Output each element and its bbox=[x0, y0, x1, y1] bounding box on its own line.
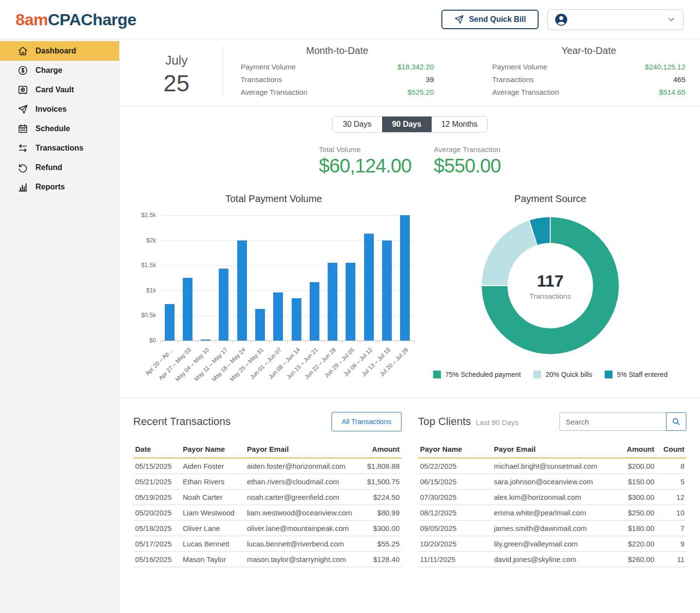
tables-row: Recent Transactions All Transactions Dat… bbox=[120, 398, 700, 567]
charts-row: Total Payment Volume $2.5k$2k$1.5k$1k$0.… bbox=[120, 193, 700, 383]
table-cell: $220.00 bbox=[610, 536, 656, 552]
tab-30-days[interactable]: 30 Days bbox=[332, 117, 382, 132]
legend-item: 75% Scheduled payment bbox=[433, 371, 521, 378]
column-header: Count bbox=[656, 441, 686, 458]
home-icon bbox=[18, 46, 28, 56]
sidebar-item-refund[interactable]: Refund bbox=[0, 158, 119, 177]
table-cell: Aiden Foster bbox=[181, 458, 245, 474]
month-to-date-stats: Month-to-Date Payment Volume$18,342.20Tr… bbox=[223, 44, 434, 99]
sidebar-item-charge[interactable]: Charge bbox=[0, 61, 119, 80]
stat-value: 39 bbox=[426, 75, 434, 84]
table-row: 09/05/2025james.smith@dawnmail.com$180.0… bbox=[418, 521, 686, 536]
date-card: July 25 bbox=[130, 44, 223, 99]
tab-90-days[interactable]: 90 Days bbox=[382, 117, 432, 132]
table-cell: Mason Taylor bbox=[181, 552, 245, 567]
table-cell: 09/05/2025 bbox=[418, 521, 492, 536]
summary-label: Total Volume bbox=[319, 145, 411, 153]
legend-item: 20% Quick bills bbox=[533, 371, 592, 378]
period-tab-group: 30 Days90 Days12 Months bbox=[332, 116, 488, 133]
tab-12-months[interactable]: 12 Months bbox=[432, 117, 488, 132]
sidebar-item-schedule[interactable]: Schedule bbox=[0, 119, 119, 138]
paper-plane-icon bbox=[454, 15, 464, 24]
vault-icon bbox=[18, 85, 28, 95]
ytd-rows: Payment Volume$240,125.12Transactions465… bbox=[492, 60, 686, 98]
table-cell: $300.00 bbox=[355, 521, 402, 536]
donut-center-value: 117 bbox=[537, 272, 564, 290]
sidebar-item-label: Invoices bbox=[35, 105, 67, 114]
sidebar-item-reports[interactable]: Reports bbox=[0, 177, 119, 197]
table-cell: 8 bbox=[656, 458, 686, 474]
x-tick-label: Jun 22 – Jun 28 bbox=[303, 346, 337, 380]
table-row: 05/17/2025Lucas Bennettlucas.bennett@riv… bbox=[133, 536, 402, 552]
sidebar-item-label: Card Vault bbox=[35, 85, 74, 94]
bar-slot bbox=[233, 215, 251, 341]
summary-value: $550.00 bbox=[434, 155, 501, 177]
bar bbox=[346, 263, 355, 341]
stat-label: Transactions bbox=[241, 75, 282, 84]
all-transactions-button[interactable]: All Transactions bbox=[332, 412, 402, 431]
bar-slot bbox=[197, 215, 215, 341]
sidebar-item-transactions[interactable]: Transactions bbox=[0, 138, 119, 158]
send-quick-bill-button[interactable]: Send Quick Bill bbox=[441, 10, 539, 29]
table-cell: $300.00 bbox=[610, 490, 656, 505]
table-cell: 05/18/2025 bbox=[133, 521, 181, 536]
bar-series bbox=[160, 215, 414, 341]
bar-slot bbox=[396, 215, 414, 341]
donut-center-label: Transactions bbox=[529, 292, 571, 300]
column-header: Payor Name bbox=[181, 441, 245, 458]
sidebar-item-invoices[interactable]: Invoices bbox=[0, 100, 119, 119]
donut-ring: 117 Transactions bbox=[482, 217, 619, 354]
sidebar-item-label: Schedule bbox=[35, 124, 70, 133]
mtd-title: Month-to-Date bbox=[241, 45, 434, 56]
main-content: July 25 Month-to-Date Payment Volume$18,… bbox=[120, 39, 700, 613]
stat-row: Payment Volume$240,125.12 bbox=[492, 60, 686, 73]
stat-row: Average Transaction$514.65 bbox=[492, 85, 686, 98]
bar-chart-x-labels: Apr 20 – Ap…Apr 27 – May 03May 04 – May … bbox=[160, 341, 414, 383]
bar bbox=[273, 292, 283, 341]
date-month: July bbox=[130, 53, 223, 68]
date-day: 25 bbox=[130, 70, 223, 97]
sidebar-item-dashboard[interactable]: Dashboard bbox=[0, 41, 119, 61]
table-row: 07/30/2025alex.kim@horizonmail.com$300.0… bbox=[418, 490, 686, 505]
table-cell: $55.25 bbox=[355, 536, 402, 552]
logo-8am: 8am bbox=[16, 10, 48, 29]
stat-label: Average Transaction bbox=[241, 88, 307, 96]
table-cell: lily.green@valleymail.com bbox=[492, 536, 610, 552]
column-header: Payor Email bbox=[492, 441, 610, 458]
stat-row: Payment Volume$18,342.20 bbox=[241, 60, 434, 73]
table-cell: 11/11/2025 bbox=[418, 552, 492, 567]
table-cell: noah.carter@greenfield.com bbox=[245, 490, 355, 505]
stats-summary-row: July 25 Month-to-Date Payment Volume$18,… bbox=[120, 39, 700, 106]
user-avatar-icon bbox=[555, 13, 568, 26]
bar bbox=[237, 240, 247, 341]
mtd-rows: Payment Volume$18,342.20Transactions39Av… bbox=[241, 60, 434, 98]
table-row: 06/15/2025sara.johnson@oceanview.com$150… bbox=[418, 474, 686, 490]
bar bbox=[183, 278, 192, 341]
topbar-actions: Send Quick Bill bbox=[441, 9, 683, 30]
table-row: 11/11/2025david.jones@skyline.com$260.00… bbox=[418, 552, 686, 567]
user-menu-dropdown[interactable] bbox=[547, 9, 683, 30]
table-cell: 10/20/2025 bbox=[418, 536, 492, 552]
bar-chart-icon bbox=[18, 182, 28, 192]
recent-transactions-section: Recent Transactions All Transactions Dat… bbox=[133, 411, 402, 567]
table-cell: 5 bbox=[656, 474, 686, 490]
top-clients-table: Payor NamePayor EmailAmountCount 05/22/2… bbox=[418, 441, 686, 567]
legend-label: 5% Staff entered bbox=[617, 371, 667, 378]
sidebar-item-card-vault[interactable]: Card Vault bbox=[0, 80, 119, 100]
bar bbox=[400, 215, 410, 341]
table-cell: 05/17/2025 bbox=[133, 536, 181, 552]
search-button[interactable] bbox=[666, 412, 686, 431]
y-tick-label: $0 bbox=[149, 337, 156, 344]
table-cell: emma.white@pearlmail.com bbox=[492, 505, 610, 521]
year-to-date-stats: Year-to-Date Payment Volume$240,125.12Tr… bbox=[475, 44, 686, 99]
stat-value: $525.20 bbox=[407, 88, 434, 96]
sidebar-item-label: Charge bbox=[35, 66, 62, 75]
table-row: 05/21/2025Ethan Riversethan.rivers@cloud… bbox=[133, 474, 402, 490]
bar-slot bbox=[305, 215, 323, 341]
search-input[interactable] bbox=[560, 412, 666, 431]
table-row: 05/15/2025Aiden Fosteraiden.foster@horiz… bbox=[133, 458, 402, 474]
table-cell: aiden.foster@horizonmail.com bbox=[245, 458, 355, 474]
summary-value: $60,124.00 bbox=[319, 155, 411, 177]
y-tick-label: $0.5k bbox=[141, 312, 156, 319]
stat-row: Transactions39 bbox=[241, 73, 434, 85]
